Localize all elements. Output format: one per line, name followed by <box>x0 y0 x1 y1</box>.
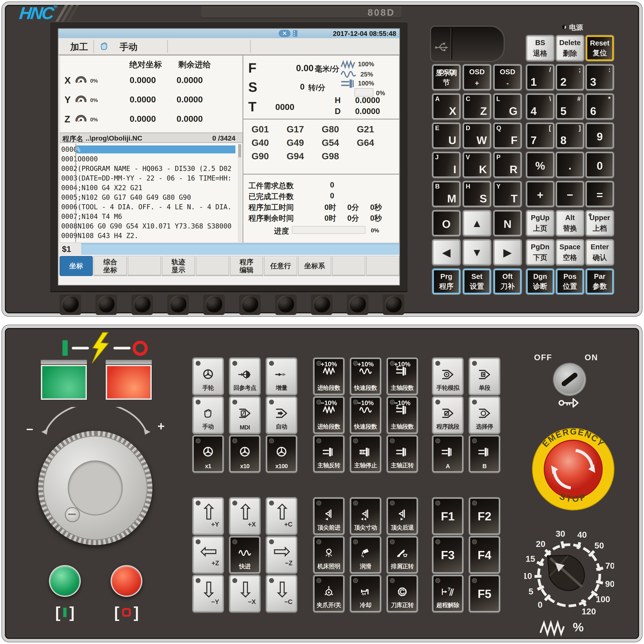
tab-any-line[interactable]: 任意行 <box>264 256 297 276</box>
key-x[interactable]: AX <box>432 94 460 119</box>
soft-key-6[interactable] <box>239 294 261 315</box>
key-w[interactable]: DW <box>463 123 491 148</box>
power-off-button[interactable] <box>106 365 152 400</box>
bs-key[interactable]: BS退格 <box>526 35 554 61</box>
tab-coordinate-system[interactable]: 坐标系 <box>298 256 331 276</box>
key-5[interactable]: #5 <box>556 94 584 119</box>
spindle-cw-button[interactable]: 主轴正转 <box>387 436 418 472</box>
soft-key-5[interactable] <box>203 294 225 315</box>
feed-hold-button[interactable] <box>111 565 142 597</box>
ref-point-button[interactable]: 回参考点 <box>229 358 260 395</box>
feed-override-plus-button[interactable]: +10%进给段数 <box>314 358 344 395</box>
optional-stop-button[interactable]: 选择停 <box>469 397 500 433</box>
soft-key-7[interactable] <box>275 294 297 315</box>
soft-key-2[interactable] <box>95 294 117 315</box>
manual-mode-button[interactable]: 手动 <box>193 397 223 433</box>
tab-program-edit[interactable]: 程序 编辑 <box>230 256 263 276</box>
overtravel-release-button[interactable]: ?超程解除 <box>432 575 463 612</box>
tab-trajectory-display[interactable]: 轨迹 显示 <box>162 256 195 276</box>
f5-button[interactable]: F5 <box>469 575 500 612</box>
pos-key[interactable]: Pos位置 <box>556 269 584 294</box>
spindle-override-plus-button[interactable]: +10%±主轴段数 <box>387 358 418 395</box>
close-icon[interactable]: ✕ <box>279 30 290 37</box>
tab-coordinates[interactable]: 坐标 <box>60 256 93 276</box>
key-g[interactable]: LG <box>494 94 521 119</box>
f2-button[interactable]: F2 <box>469 498 500 534</box>
spindle-stop-button[interactable]: 主轴停止 <box>350 436 381 472</box>
spindle-b-button[interactable]: B <box>469 436 500 472</box>
handwheel-knob[interactable] <box>65 507 80 522</box>
alt-key[interactable]: Alt替换 <box>556 211 584 236</box>
key-r[interactable]: PR <box>494 152 521 177</box>
tab-blank-3[interactable] <box>332 256 365 276</box>
key-dot[interactable]: . <box>556 152 584 177</box>
soft-key-4[interactable] <box>167 294 189 315</box>
space-key[interactable]: Space空格 <box>556 240 584 265</box>
rapid-override-minus-button[interactable]: −10%快速段数 <box>350 397 381 433</box>
arrow-right-key[interactable]: ▶ <box>494 240 521 265</box>
par-key[interactable]: Par参数 <box>586 269 614 294</box>
f1-button[interactable]: F1 <box>432 498 463 534</box>
tab-blank-4[interactable] <box>366 256 399 276</box>
key-k[interactable]: VK <box>463 152 491 177</box>
x100-button[interactable]: x100 <box>266 436 297 472</box>
key-1[interactable]: /1 <box>526 65 554 90</box>
key-9[interactable]: 9 <box>586 123 614 148</box>
jog-minus-c-button[interactable]: ⇩−C <box>266 575 297 612</box>
rapid-jog-button[interactable]: 快进 <box>229 536 260 573</box>
oft-key[interactable]: Oft刀补 <box>494 269 521 294</box>
feed-override-minus-button[interactable]: −10%进给段数 <box>314 397 344 433</box>
arrow-down-key[interactable]: ▼ <box>463 240 491 265</box>
reset-key[interactable]: Reset复位 <box>586 35 614 61</box>
set-key[interactable]: Set设置 <box>463 269 491 294</box>
jog-minus-x-button[interactable]: ⇩−X <box>229 575 260 612</box>
key-m[interactable]: BM <box>432 181 460 207</box>
dgn-key[interactable]: Dgn诊断 <box>526 269 554 294</box>
soft-key-1[interactable] <box>60 294 81 315</box>
key-0[interactable]: 0 <box>586 152 614 177</box>
key-8[interactable]: ]8 <box>556 123 584 148</box>
delete-key[interactable]: Delete删除 <box>556 35 584 61</box>
feed-override-dial[interactable]: 051015203040507090100120 <box>524 530 614 621</box>
jog-plus-z-button[interactable]: ⇦+Z <box>193 536 223 573</box>
spindle-override-minus-button[interactable]: −10%±主轴段数 <box>387 397 418 433</box>
tailstock-forward-button[interactable]: 顶尖前进 <box>314 498 344 534</box>
prg-key[interactable]: Prg程序 <box>432 269 460 294</box>
key-minus[interactable]: − <box>556 181 584 207</box>
cycle-start-button[interactable] <box>49 565 81 597</box>
jog-plus-c-button[interactable]: ⇧+C <box>266 498 297 534</box>
spindle-a-button[interactable]: A <box>432 436 463 472</box>
chip-conveyor-button[interactable]: 排屑正转 <box>387 536 418 573</box>
pgup-key[interactable]: PgUp上页 <box>526 211 554 236</box>
key-u[interactable]: EU <box>432 123 460 148</box>
soft-key-8[interactable] <box>311 294 333 315</box>
key-n[interactable]: N <box>494 211 521 236</box>
tailstock-jog-button[interactable]: 顶尖寸动 <box>350 498 381 534</box>
key-i[interactable]: JI <box>432 152 460 177</box>
handwheel-sim-button[interactable]: 手轮模拟 <box>432 358 463 395</box>
single-block-button[interactable]: 单段 <box>469 358 500 395</box>
key-f[interactable]: QF <box>494 123 521 148</box>
soft-key-3[interactable] <box>131 294 153 315</box>
spindle-ccw-button[interactable]: 主轴反转 <box>314 436 344 472</box>
key-percent[interactable]: % <box>526 152 554 177</box>
key-equals[interactable]: = <box>586 181 614 207</box>
key-2[interactable]: ;2 <box>556 65 584 90</box>
x10-button[interactable]: x10 <box>229 436 260 472</box>
tool-magazine-button[interactable]: 刀库正转 <box>387 575 418 612</box>
mdi-mode-button[interactable]: MDI <box>229 397 260 433</box>
chuck-button[interactable]: 夹爪开/关 <box>314 575 344 612</box>
scrollbar-thumb[interactable] <box>238 144 241 157</box>
key-t[interactable]: YT <box>494 181 521 207</box>
osd-plus-key[interactable]: OSD+ <box>463 65 491 90</box>
program-skip-button[interactable]: 程序跳段 <box>432 397 463 433</box>
power-on-button[interactable] <box>41 365 87 400</box>
increment-button[interactable]: 增量 <box>266 358 297 395</box>
coolant-button[interactable]: 冷却 <box>350 575 381 612</box>
rapid-override-plus-button[interactable]: +10%快速段数 <box>350 358 381 395</box>
program-protect-key-switch[interactable] <box>555 365 584 394</box>
key-6[interactable]: *6 <box>586 94 614 119</box>
jog-minus-z-button[interactable]: ⇨−Z <box>266 536 297 573</box>
scrollbar[interactable] <box>238 144 242 242</box>
osd-minus-key[interactable]: OSD- <box>494 65 521 90</box>
